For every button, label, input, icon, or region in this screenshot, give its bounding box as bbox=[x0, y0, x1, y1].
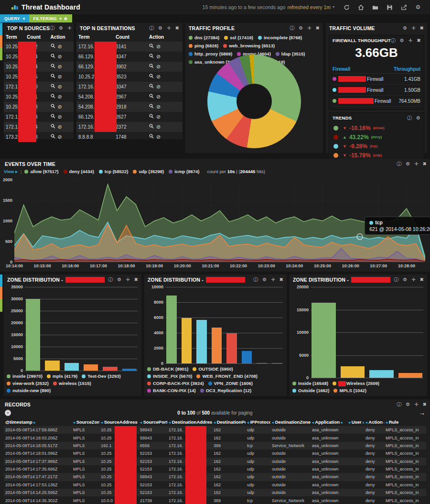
legend-item[interactable]: Test-Dev (3293) bbox=[82, 373, 121, 380]
table-row[interactable]: 2014-05-08T14:14:25.595ZMPLS10.255215317… bbox=[4, 489, 426, 496]
bar[interactable] bbox=[272, 363, 282, 363]
ban-icon[interactable]: ⊘ bbox=[58, 54, 62, 59]
magnify-icon[interactable] bbox=[51, 44, 55, 49]
close-icon[interactable]: ✖ bbox=[134, 277, 138, 282]
expand-row-icon[interactable]: › bbox=[5, 410, 11, 416]
sort-left-icon[interactable]: ◂ bbox=[73, 420, 75, 425]
ban-icon[interactable]: ⊘ bbox=[156, 84, 161, 89]
close-icon[interactable]: ✖ bbox=[420, 277, 424, 282]
legend-item[interactable]: ping (6826) bbox=[189, 42, 218, 50]
legend-item[interactable]: mpls (4179) bbox=[47, 373, 77, 380]
gear-icon[interactable]: ⚙ bbox=[406, 162, 410, 166]
bar[interactable] bbox=[398, 373, 423, 378]
share-icon[interactable] bbox=[397, 4, 411, 11]
bar[interactable] bbox=[196, 320, 207, 363]
info-icon[interactable]: ⓘ bbox=[391, 38, 396, 43]
firewall-row[interactable]: Firewall764.50MB bbox=[333, 96, 420, 107]
legend-item[interactable]: tcp (58522) bbox=[99, 169, 129, 174]
legend-item[interactable]: ssl (17419) bbox=[224, 33, 253, 42]
bar[interactable] bbox=[369, 370, 394, 378]
magnify-icon[interactable] bbox=[149, 44, 154, 49]
column-header[interactable]: ◂ DestinationPort ▸ bbox=[212, 418, 246, 426]
refresh-icon[interactable] bbox=[339, 4, 354, 11]
column-header[interactable]: ◂ Action ▸ bbox=[364, 418, 384, 426]
column-header[interactable]: ◂ SourceAddress ▸ bbox=[99, 418, 139, 426]
legend-item[interactable]: view-work (2532) bbox=[7, 380, 49, 387]
legend-item[interactable]: OUTSIDE (5950) bbox=[193, 365, 233, 373]
next-page-arrow-icon[interactable]: → bbox=[419, 409, 425, 416]
column-header[interactable]: @timestamp ▸ bbox=[4, 418, 72, 426]
info-icon[interactable]: ⓘ bbox=[397, 162, 401, 166]
ban-icon[interactable]: ⊘ bbox=[58, 74, 62, 79]
magnify-icon[interactable] bbox=[149, 134, 154, 140]
gear-icon[interactable]: ⚙ bbox=[406, 402, 410, 407]
close-icon[interactable]: ✖ bbox=[316, 26, 320, 31]
ban-icon[interactable]: ⊘ bbox=[58, 134, 62, 140]
row-collapse-tabs[interactable] bbox=[0, 23, 2, 60]
info-icon[interactable]: ⓘ bbox=[149, 26, 154, 31]
magnify-icon[interactable] bbox=[51, 94, 55, 99]
sort-left-icon[interactable]: ◂ bbox=[247, 420, 249, 425]
legend-item[interactable]: dns (27384) bbox=[189, 33, 219, 42]
bar[interactable] bbox=[312, 303, 336, 378]
ban-icon[interactable]: ⊘ bbox=[58, 94, 62, 99]
sort-left-icon[interactable]: ◂ bbox=[312, 420, 314, 425]
info-icon[interactable]: ⓘ bbox=[407, 116, 412, 121]
legend-item[interactable]: WEB_FRONT_END (4708) bbox=[196, 373, 258, 380]
bar[interactable] bbox=[212, 328, 222, 363]
bar[interactable] bbox=[122, 369, 137, 371]
row-collapse-tabs[interactable] bbox=[0, 274, 2, 312]
ban-icon[interactable]: ⊘ bbox=[156, 104, 161, 110]
column-header[interactable]: Count bbox=[114, 33, 147, 42]
ban-icon[interactable]: ⊘ bbox=[58, 124, 62, 130]
bar[interactable] bbox=[341, 366, 365, 378]
gear-icon[interactable]: ⚙ bbox=[400, 38, 404, 43]
table-row[interactable]: 2014-05-08T14:18:03.206ZMPLS10.255894317… bbox=[4, 434, 426, 441]
legend-item[interactable]: incomplete (8768) bbox=[258, 33, 302, 42]
info-icon[interactable]: ⓘ bbox=[253, 277, 258, 282]
home-icon[interactable] bbox=[354, 4, 368, 11]
close-icon[interactable]: ✖ bbox=[420, 26, 424, 31]
zone-bar-chart[interactable]: 05000100001500020000250003000035000 bbox=[7, 287, 139, 371]
gear-icon[interactable]: ⚙ bbox=[403, 26, 407, 31]
move-icon[interactable]: ✛ bbox=[411, 26, 415, 31]
legend-item[interactable]: outside-new (890) bbox=[7, 387, 51, 394]
legend-item[interactable]: inside (29970) bbox=[7, 373, 43, 380]
sort-right-icon[interactable]: ▸ bbox=[341, 420, 343, 425]
move-icon[interactable]: ✛ bbox=[271, 277, 275, 282]
trend-row[interactable]: ▼-9.28%(tcp) bbox=[333, 142, 419, 151]
bar[interactable] bbox=[182, 318, 192, 363]
ban-icon[interactable]: ⊘ bbox=[58, 84, 62, 89]
column-header[interactable]: Firewall bbox=[333, 66, 350, 72]
query-pill[interactable]: QUERY◂ bbox=[0, 14, 29, 22]
magnify-icon[interactable] bbox=[149, 104, 154, 110]
magnify-icon[interactable] bbox=[51, 84, 55, 89]
ban-icon[interactable]: ⊘ bbox=[58, 104, 62, 110]
ban-icon[interactable]: ⊘ bbox=[156, 94, 161, 99]
legend-item[interactable]: wireless (1515) bbox=[53, 380, 91, 387]
sort-left-icon[interactable]: ◂ bbox=[348, 420, 350, 425]
info-icon[interactable]: ⓘ bbox=[394, 277, 398, 282]
sort-left-icon[interactable]: ◂ bbox=[169, 420, 171, 425]
refresh-interval-label[interactable]: refreshed every 1m bbox=[288, 4, 331, 10]
legend-item[interactable]: deny (4434) bbox=[64, 169, 94, 174]
sort-left-icon[interactable]: ◂ bbox=[140, 420, 142, 425]
gear-icon[interactable]: ⚙ bbox=[117, 277, 121, 282]
bar[interactable] bbox=[26, 299, 40, 371]
legend-item[interactable]: OC3_Replication (12) bbox=[200, 387, 252, 394]
info-icon[interactable]: ⓘ bbox=[290, 26, 294, 31]
bar[interactable] bbox=[103, 367, 117, 371]
column-header[interactable]: Action bbox=[147, 33, 183, 42]
move-icon[interactable]: ✛ bbox=[167, 26, 171, 31]
ban-icon[interactable]: ⊘ bbox=[156, 44, 161, 49]
bar[interactable] bbox=[257, 363, 267, 363]
legend-item[interactable]: BANK-CON-PIX (14) bbox=[147, 387, 196, 394]
close-icon[interactable]: ✖ bbox=[175, 26, 179, 31]
gear-icon[interactable]: ⚙ bbox=[59, 26, 63, 31]
ban-icon[interactable]: ⊘ bbox=[58, 64, 62, 69]
open-dashboard-folder-icon[interactable] bbox=[368, 4, 382, 11]
column-header[interactable]: Term bbox=[4, 33, 25, 42]
column-header[interactable]: ◂ SourceZone ▸ bbox=[72, 418, 99, 426]
magnify-icon[interactable] bbox=[149, 84, 154, 89]
move-icon[interactable]: ✛ bbox=[307, 26, 311, 31]
